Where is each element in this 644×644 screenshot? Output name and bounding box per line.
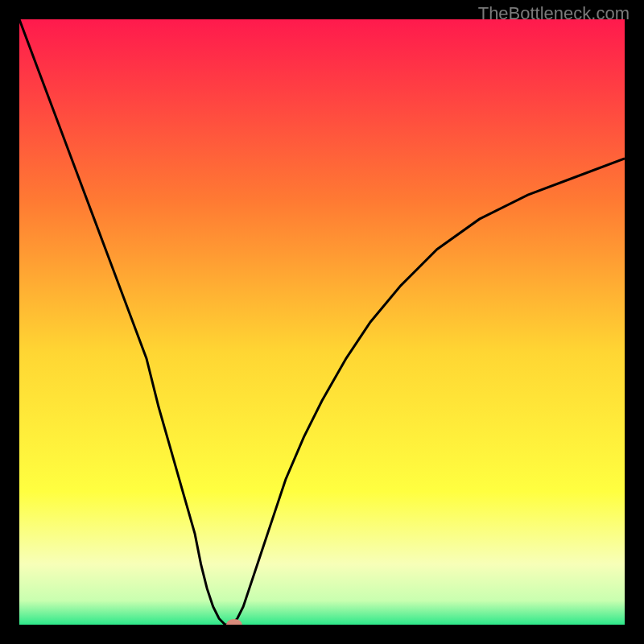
watermark-text: TheBottleneck.com bbox=[478, 3, 630, 24]
chart-container: TheBottleneck.com bbox=[0, 0, 644, 644]
plot-area bbox=[19, 19, 625, 625]
gradient-background bbox=[19, 19, 625, 625]
chart-svg bbox=[19, 19, 625, 625]
